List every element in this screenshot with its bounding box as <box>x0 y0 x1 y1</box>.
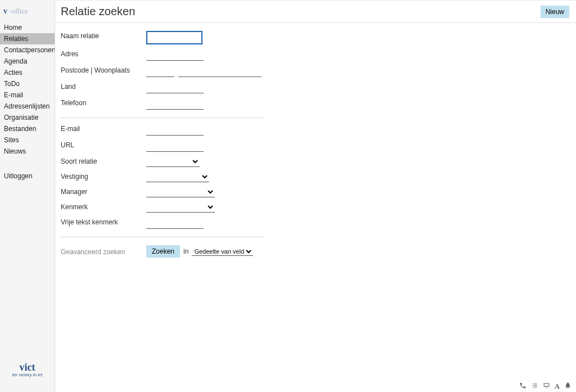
label-email: E-mail <box>61 124 146 133</box>
svg-text:v: v <box>3 7 7 15</box>
nav-acties[interactable]: Acties <box>0 67 55 78</box>
vendor-brand: vict for victory in ict <box>0 354 55 392</box>
main-nav: Home Relaties Contactpersonen Agenda Act… <box>0 22 55 182</box>
nav-relaties[interactable]: Relaties <box>0 33 55 44</box>
input-naam-relatie[interactable] <box>146 31 202 44</box>
nav-email[interactable]: E-mail <box>0 89 55 101</box>
label-postcode-woonplaats: Postcode | Woonplaats <box>61 65 146 74</box>
svg-text:-office: -office <box>9 7 28 15</box>
input-telefoon[interactable] <box>146 98 204 110</box>
nav-adressenlijsten[interactable]: Adressenlijsten <box>0 101 55 112</box>
input-vrije-tekst-kenmerk[interactable] <box>146 217 204 229</box>
nav-sites[interactable]: Sites <box>0 134 55 146</box>
new-button[interactable]: Nieuw <box>541 6 569 18</box>
monitor-icon[interactable] <box>543 382 550 391</box>
label-vrije-tekst-kenmerk: Vrije tekst kenmerk <box>61 217 146 226</box>
list-icon[interactable] <box>531 382 538 391</box>
select-manager[interactable] <box>146 187 215 197</box>
select-vestiging[interactable] <box>146 172 209 182</box>
nav-home[interactable]: Home <box>0 22 55 33</box>
nav-organisatie[interactable]: Organisatie <box>0 112 55 123</box>
nav-agenda[interactable]: Agenda <box>0 56 55 67</box>
label-land: Land <box>61 82 146 91</box>
nav-todo[interactable]: ToDo <box>0 78 55 89</box>
label-in: in <box>183 247 188 255</box>
search-button[interactable]: Zoeken <box>146 245 180 258</box>
input-woonplaats[interactable] <box>178 65 262 77</box>
main-content: Relatie zoeken Nieuw Naam relatie Adres … <box>55 0 576 392</box>
phone-icon[interactable] <box>519 382 526 391</box>
label-url: URL <box>61 140 146 149</box>
label-adres: Adres <box>61 49 146 58</box>
select-soort-relatie[interactable] <box>146 156 200 167</box>
label-manager: Manager <box>61 187 146 196</box>
label-kenmerk: Kenmerk <box>61 202 146 211</box>
input-url[interactable] <box>146 140 204 152</box>
topbar: Relatie zoeken Nieuw <box>55 0 576 23</box>
input-postcode[interactable] <box>146 65 174 77</box>
select-kenmerk[interactable] <box>146 202 215 213</box>
divider-2 <box>61 237 263 237</box>
divider-1 <box>61 118 263 118</box>
search-form: Naam relatie Adres Postcode | Woonplaats… <box>55 23 325 258</box>
bell-icon[interactable] <box>564 382 572 391</box>
page-title: Relatie zoeken <box>61 5 135 18</box>
app-logo: v -office <box>0 0 55 22</box>
input-email[interactable] <box>146 124 204 136</box>
nav-uitloggen[interactable]: Uitloggen <box>0 170 55 182</box>
label-vestiging: Vestiging <box>61 172 146 181</box>
nav-contactpersonen[interactable]: Contactpersonen <box>0 44 55 56</box>
sidebar: v -office Home Relaties Contactpersonen … <box>0 0 55 392</box>
label-soort-relatie: Soort relatie <box>61 156 146 165</box>
nav-nieuws[interactable]: Nieuws <box>0 146 55 157</box>
vendor-name: vict <box>6 362 49 373</box>
input-land[interactable] <box>146 82 204 93</box>
select-search-scope[interactable]: Gedeelte van veld <box>192 247 253 256</box>
label-telefoon: Telefoon <box>61 98 146 107</box>
label-advanced[interactable]: Geavanceerd zoeken <box>61 247 146 256</box>
vendor-tagline: for victory in ict <box>6 372 49 377</box>
font-size-icon[interactable]: A <box>555 382 560 391</box>
input-adres[interactable] <box>146 49 204 61</box>
nav-bestanden[interactable]: Bestanden <box>0 123 55 134</box>
status-bar: A <box>515 381 576 392</box>
label-naam-relatie: Naam relatie <box>61 31 146 40</box>
